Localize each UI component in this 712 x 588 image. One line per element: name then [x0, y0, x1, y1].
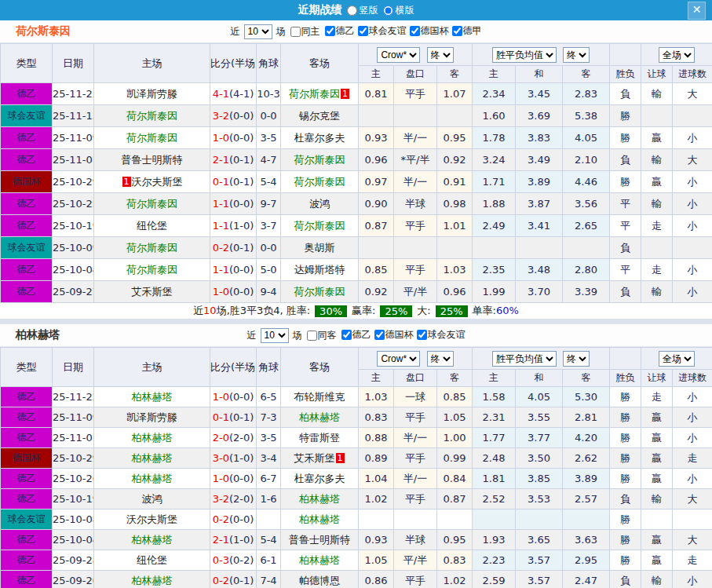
avg-select[interactable]: 胜平负均值: [492, 47, 557, 63]
score-cell: 3-0(1-0): [210, 448, 257, 469]
layout-radio-vertical[interactable]: 竖版: [347, 4, 378, 17]
result-cell: [641, 105, 673, 127]
result-cell: 走: [673, 448, 712, 469]
match-count-select[interactable]: 10: [244, 24, 272, 39]
league-checkbox[interactable]: [325, 26, 335, 36]
scope-select[interactable]: 全场: [659, 47, 695, 63]
final-select[interactable]: 终: [427, 47, 454, 63]
league-filter-德国杯[interactable]: 德国杯: [410, 24, 449, 38]
subcol-客: 客: [563, 370, 610, 387]
team-cell: 纽伦堡: [94, 550, 210, 571]
scope-select[interactable]: 全场: [659, 351, 695, 367]
matches-table: 类型 日期 主场 比分(半场) 角球 客场 Crow* 终 胜平负均值 终 全场: [0, 43, 712, 303]
result-cell: 勝: [610, 127, 641, 149]
asian-odds-cell: 一球: [394, 387, 437, 407]
euro-odds-cell: 1.60: [473, 105, 516, 127]
result-cell: 走: [641, 387, 673, 407]
league-filter-德甲[interactable]: 德甲: [452, 24, 482, 38]
league-checkbox[interactable]: [341, 330, 352, 340]
corner-cell: [257, 509, 281, 530]
subcol-进球数: 进球数: [673, 370, 712, 387]
date-cell: 25-11-01: [53, 428, 94, 448]
same-venue-checkbox[interactable]: [307, 331, 317, 341]
league-filter-德国杯[interactable]: 德国杯: [374, 328, 414, 341]
final-select-2[interactable]: 终: [563, 351, 590, 367]
league-filter-德乙[interactable]: 德乙: [325, 24, 355, 38]
league-filter-球会友谊[interactable]: 球会友谊: [417, 328, 466, 341]
matches-label: 场: [276, 25, 286, 38]
euro-odds-cell: 3.85: [516, 469, 563, 489]
euro-odds-cell: 3.69: [516, 105, 563, 127]
match-row: 德国杯25-10-29柏林赫塔3-0(1-0)3-4艾禾斯堡10.89平手0.9…: [1, 448, 712, 469]
bookmaker-select[interactable]: Crow*: [377, 47, 420, 63]
final-select-2[interactable]: 终: [563, 47, 590, 63]
result-cell: 輸: [641, 193, 673, 215]
team-cell: 锡尔克堡: [281, 105, 359, 127]
same-venue-checkbox[interactable]: [290, 27, 301, 37]
match-row: 德乙25-10-04荷尔斯泰因1-1(0-0)5-0达姆斯塔特0.85平手1.0…: [1, 259, 712, 281]
euro-odds-cell: [563, 509, 610, 530]
match-count-select[interactable]: 10: [261, 328, 289, 343]
horizontal-radio[interactable]: [383, 5, 393, 16]
league-filter-球会友谊[interactable]: 球会友谊: [358, 24, 407, 38]
result-cell: 輸: [641, 149, 673, 171]
match-row: 德乙25-09-20柏林赫塔0-2(0-1)7-4帕德博恩0.86平手1.022…: [1, 571, 712, 588]
result-cell: 勝: [610, 530, 641, 550]
col-away: 客场: [281, 348, 359, 387]
result-cell: 贏: [641, 530, 673, 550]
avg-select[interactable]: 胜平负均值: [492, 351, 557, 367]
asian-odds-cell: [437, 105, 473, 127]
score-cell: 2-1(1-0): [210, 530, 257, 550]
euro-odds-cell: 1.78: [473, 127, 516, 149]
league-checkbox[interactable]: [374, 330, 385, 340]
euro-odds-cell: 3.70: [516, 281, 563, 303]
result-cell: 負: [610, 237, 641, 259]
close-icon[interactable]: ✕: [688, 2, 706, 20]
final-select[interactable]: 终: [427, 351, 454, 367]
col-corner: 角球: [257, 348, 281, 387]
league-type-cell: 球会友谊: [1, 105, 53, 127]
league-checkbox[interactable]: [358, 26, 368, 36]
euro-odds-cell: 2.35: [473, 259, 516, 281]
euro-odds-cell: 2.48: [473, 448, 516, 469]
league-filter-德乙[interactable]: 德乙: [341, 328, 371, 341]
subcol-主: 主: [359, 370, 394, 387]
euro-odds-cell: 3.53: [516, 489, 563, 509]
asian-odds-cell: 1.05: [437, 407, 473, 428]
team-name: 柏林赫塔: [16, 328, 60, 342]
result-cell: 小: [673, 215, 712, 237]
same-venue-filter[interactable]: 同主: [290, 25, 320, 38]
league-checkbox[interactable]: [452, 26, 462, 36]
subcol-主: 主: [473, 66, 516, 83]
league-checkbox[interactable]: [410, 26, 420, 36]
result-cell: 勝: [610, 105, 641, 127]
result-cell: 勝: [610, 448, 641, 469]
league-type-cell: 德乙: [1, 193, 53, 215]
asian-odds-cell: 平手: [394, 407, 437, 428]
col-away: 客场: [281, 44, 359, 83]
same-venue-filter[interactable]: 同客: [307, 329, 337, 342]
col-home: 主场: [94, 44, 210, 83]
team-cell: 荷尔斯泰因: [281, 171, 359, 193]
asian-odds-cell: 0.89: [359, 448, 394, 469]
asian-odds-cell: 半/一: [394, 428, 437, 448]
layout-radio-horizontal[interactable]: 横版: [383, 4, 414, 17]
date-cell: 25-10-04: [53, 259, 94, 281]
date-cell: 25-09-27: [53, 281, 94, 303]
bookmaker-select[interactable]: Crow*: [377, 351, 420, 367]
corner-cell: 3-5: [257, 127, 281, 149]
euro-odds-cell: [473, 509, 516, 530]
euro-odds-cell: 2.62: [563, 448, 610, 469]
result-cell: 負: [610, 149, 641, 171]
asian-odds-cell: 平手: [394, 489, 437, 509]
euro-odds-cell: 4.46: [563, 171, 610, 193]
euro-odds-cell: 2.59: [473, 571, 516, 588]
score-cell: 0-3(0-2): [210, 550, 257, 571]
league-checkbox[interactable]: [417, 330, 427, 340]
vertical-radio[interactable]: [347, 5, 357, 16]
corner-cell: 9-7: [257, 193, 281, 215]
subcol-进球数: 进球数: [673, 66, 712, 83]
euro-odds-cell: 3.89: [516, 171, 563, 193]
result-cell: 走: [641, 215, 673, 237]
euro-odds-cell: 2.10: [563, 149, 610, 171]
